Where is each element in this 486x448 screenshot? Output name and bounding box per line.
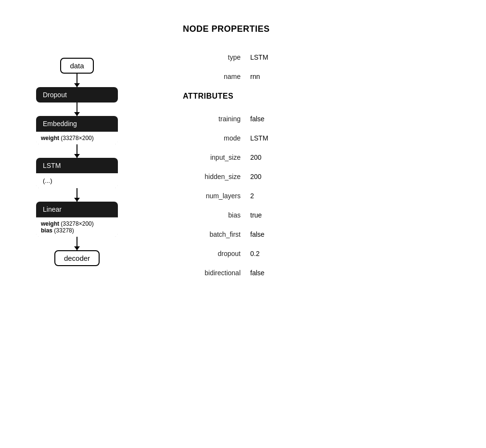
linear-bias-row: bias (33278)	[41, 227, 113, 234]
node-dropout[interactable]: Dropout	[36, 87, 118, 102]
attr-value-hidden-size: 200	[250, 173, 261, 180]
panel-title: NODE PROPERTIES	[183, 24, 457, 34]
node-linear-header: Linear	[36, 202, 118, 217]
attr-value-bidirectional: false	[250, 269, 265, 277]
prop-value-name: rnn	[250, 73, 260, 80]
graph-container: data Dropout Embedding weight (33278×200…	[36, 58, 118, 266]
node-linear-body: weight (33278×200) bias (33278)	[36, 217, 118, 237]
arrow-5	[77, 237, 77, 250]
prop-row-type: type LSTM	[183, 53, 457, 61]
embedding-weight-name: weight	[41, 135, 59, 141]
node-decoder-label: decoder	[64, 254, 90, 262]
arrow-4	[77, 188, 77, 202]
attributes-title: ATTRIBUTES	[183, 92, 457, 101]
node-embedding[interactable]: Embedding weight (33278×200)	[36, 116, 118, 144]
node-linear[interactable]: Linear weight (33278×200) bias (33278)	[36, 202, 118, 237]
attr-key-bias: bias	[183, 211, 250, 219]
node-embedding-body: weight (33278×200)	[36, 131, 118, 144]
prop-key-type: type	[183, 53, 250, 61]
attr-value-bias: true	[250, 211, 262, 219]
attr-value-input-size: 200	[250, 154, 261, 161]
node-lstm-box[interactable]: LSTM (...)	[36, 158, 118, 188]
attr-key-input-size: input_size	[183, 154, 250, 161]
node-data[interactable]: data	[60, 58, 94, 74]
node-lstm-header: LSTM	[36, 158, 118, 173]
properties-section: type LSTM name rnn	[183, 53, 457, 80]
attr-row-input-size: input_size 200	[183, 154, 457, 161]
attr-row-training: training false	[183, 115, 457, 123]
linear-weight-value: (33278×200)	[61, 220, 93, 227]
node-data-label: data	[70, 62, 84, 70]
node-embedding-header: Embedding	[36, 116, 118, 131]
node-linear-box[interactable]: Linear weight (33278×200) bias (33278)	[36, 202, 118, 237]
attr-row-hidden-size: hidden_size 200	[183, 173, 457, 180]
attr-value-num-layers: 2	[250, 192, 254, 200]
node-embedding-box[interactable]: Embedding weight (33278×200)	[36, 116, 118, 144]
embedding-weight-value: (33278×200)	[61, 135, 93, 141]
arrow-1	[77, 74, 77, 87]
linear-bias-value: (33278)	[54, 227, 74, 234]
attr-row-bias: bias true	[183, 211, 457, 219]
node-lstm-body[interactable]: (...)	[36, 173, 118, 188]
attr-key-training: training	[183, 115, 250, 123]
properties-panel: NODE PROPERTIES type LSTM name rnn ATTRI…	[144, 0, 486, 448]
node-decoder-box[interactable]: decoder	[54, 250, 100, 266]
attr-value-batch-first: false	[250, 230, 265, 238]
attr-value-training: false	[250, 115, 265, 123]
attr-value-dropout: 0.2	[250, 250, 259, 257]
arrow-2	[77, 102, 77, 116]
node-decoder[interactable]: decoder	[54, 250, 100, 266]
attr-row-bidirectional: bidirectional false	[183, 269, 457, 277]
node-dropout-box[interactable]: Dropout	[36, 87, 118, 102]
attr-key-hidden-size: hidden_size	[183, 173, 250, 180]
attr-key-batch-first: batch_first	[183, 230, 250, 238]
attr-key-bidirectional: bidirectional	[183, 269, 250, 277]
attr-row-batch-first: batch_first false	[183, 230, 457, 238]
linear-bias-name: bias	[41, 227, 52, 234]
node-lstm[interactable]: LSTM (...)	[36, 158, 118, 188]
prop-row-name: name rnn	[183, 73, 457, 80]
attr-row-mode: mode LSTM	[183, 134, 457, 142]
attr-key-dropout: dropout	[183, 250, 250, 257]
graph-panel: data Dropout Embedding weight (33278×200…	[0, 0, 144, 448]
attributes-section: ATTRIBUTES training false mode LSTM inpu…	[183, 92, 457, 277]
node-data-box[interactable]: data	[60, 58, 94, 74]
attr-row-dropout: dropout 0.2	[183, 250, 457, 257]
prop-key-name: name	[183, 73, 250, 80]
prop-value-type: LSTM	[250, 53, 268, 61]
linear-weight-name: weight	[41, 220, 59, 227]
node-dropout-header: Dropout	[36, 87, 118, 102]
attr-key-num-layers: num_layers	[183, 192, 250, 200]
attr-row-num-layers: num_layers 2	[183, 192, 457, 200]
linear-weight-row: weight (33278×200)	[41, 220, 113, 227]
attr-key-mode: mode	[183, 134, 250, 142]
attr-value-mode: LSTM	[250, 134, 268, 142]
arrow-3	[77, 144, 77, 158]
